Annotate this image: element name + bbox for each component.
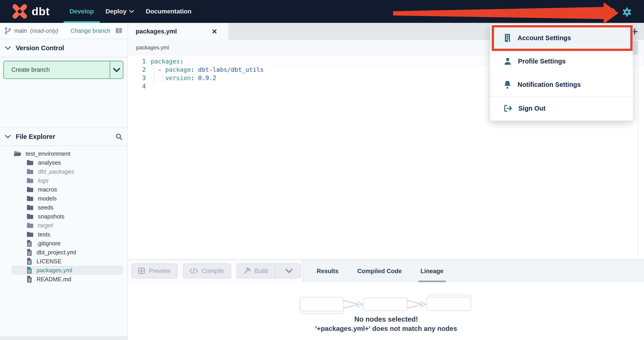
tree-item-snapshots[interactable]: snapshots	[0, 212, 127, 221]
dbt-logo[interactable]: dbt	[11, 3, 50, 20]
file-explorer-title: File Explorer	[16, 133, 55, 140]
tab-title: packages.yml	[136, 28, 177, 35]
building-icon	[504, 34, 511, 42]
create-branch-button[interactable]: Create branch	[3, 61, 123, 79]
chevron-down-icon	[129, 10, 134, 13]
line-number: 3	[128, 74, 151, 82]
nav-item-deploy[interactable]: Deploy	[100, 0, 140, 23]
menu-item-label: Profile Settings	[518, 58, 566, 65]
compile-button[interactable]: Compile	[183, 264, 231, 278]
tree-item-LICENSE[interactable]: LICENSE	[0, 257, 127, 266]
lineage-node	[300, 297, 344, 311]
help-icon[interactable]: ?	[607, 8, 616, 16]
tree-item-label: packages.yml	[36, 267, 72, 274]
version-control-header[interactable]: Version Control	[0, 39, 127, 58]
build-button[interactable]: Build	[236, 264, 301, 278]
folder-icon	[26, 160, 34, 166]
tree-item-logs[interactable]: logs	[0, 176, 127, 185]
menu-item-sign-out[interactable]: Sign Out	[490, 97, 633, 120]
button-divider	[275, 264, 275, 278]
file-explorer-header[interactable]: File Explorer	[0, 128, 127, 146]
folder-open-icon	[14, 150, 22, 157]
chevron-down-icon	[5, 135, 11, 138]
editor-breadcrumb: packages.yml	[136, 44, 169, 51]
sign-out-icon	[504, 104, 512, 112]
menu-item-profile-settings[interactable]: Profile Settings	[490, 50, 633, 73]
button-label: Preview	[149, 268, 170, 274]
tree-item-macros[interactable]: macros	[0, 185, 127, 194]
tree-item-analyses[interactable]: analyses	[0, 158, 127, 167]
editor-scroll-edge	[638, 56, 638, 260]
file-icon	[26, 248, 32, 256]
lineage-empty-message: '+packages.yml+' does not match any node…	[128, 325, 644, 332]
line-number: 2	[128, 66, 151, 73]
menu-item-label: Account Settings	[518, 34, 571, 42]
tree-item-label: LICENSE	[36, 258, 62, 265]
indent-guide	[163, 74, 164, 82]
tree-item-dbt_project.yml[interactable]: dbt_project.yml	[0, 248, 127, 257]
tree-item-seeds[interactable]: seeds	[0, 203, 127, 212]
action-bar: PreviewCompileBuild ResultsCompiled Code…	[128, 260, 644, 282]
tree-item-label: analyses	[38, 159, 61, 166]
chevron-down-icon	[5, 46, 11, 50]
tree-item-.gitignore[interactable]: .gitignore	[0, 239, 127, 248]
tree-item-packages.yml[interactable]: packages.yml	[0, 266, 127, 275]
file-icon	[26, 240, 32, 247]
preview-button[interactable]: Preview	[132, 264, 178, 278]
chevron-down-icon[interactable]	[110, 61, 123, 78]
tree-item-label: seeds	[38, 204, 53, 211]
bell-icon	[504, 80, 511, 89]
tree-item-tests[interactable]: tests	[0, 230, 127, 239]
line-number: 4	[128, 83, 151, 90]
menu-item-notification-settings[interactable]: Notification Settings	[490, 73, 633, 96]
tab-packages-yml[interactable]: packages.yml ✕	[128, 23, 228, 40]
code-icon	[189, 267, 198, 274]
gear-icon[interactable]	[622, 7, 632, 17]
tree-item-target[interactable]: target	[0, 221, 127, 230]
tree-item-models[interactable]: models	[0, 194, 127, 203]
tree-item-README.md[interactable]: README.md	[0, 275, 127, 284]
create-branch-label: Create branch	[4, 61, 110, 78]
branch-mode: (read-only)	[30, 27, 58, 34]
nav-item-develop[interactable]: Develop	[64, 0, 100, 23]
menu-item-label: Notification Settings	[518, 81, 581, 88]
tab-lineage[interactable]: Lineage	[418, 260, 446, 282]
menu-item-label: Sign Out	[518, 105, 546, 112]
version-control-title: Version Control	[16, 44, 64, 52]
lineage-arrow	[408, 299, 426, 310]
tree-item-dbt_packages[interactable]: dbt_packages	[0, 167, 127, 176]
lineage-panel: No nodes selected! '+packages.yml+' does…	[128, 282, 644, 340]
tab-compiled-code[interactable]: Compiled Code	[355, 260, 404, 282]
indent-guide	[154, 66, 154, 82]
file-icon	[26, 276, 32, 283]
lineage-node	[363, 298, 408, 311]
result-tabs: ResultsCompiled CodeLineage	[314, 260, 446, 282]
book-icon[interactable]	[115, 27, 123, 34]
close-tab-icon[interactable]: ✕	[212, 28, 217, 36]
tree-item-test_environment[interactable]: test_environment	[0, 149, 127, 158]
menu-item-account-settings[interactable]: Account Settings	[490, 26, 633, 50]
folder-icon	[26, 213, 34, 220]
folder-icon	[26, 178, 34, 184]
nav-item-documentation[interactable]: Documentation	[140, 0, 197, 23]
svg-text:?: ?	[610, 10, 613, 15]
tree-item-label: test_environment	[26, 150, 70, 157]
search-icon[interactable]	[115, 133, 122, 140]
hammer-icon	[243, 267, 251, 275]
nav-item-label: Develop	[70, 8, 94, 15]
main-nav: DevelopDeployDocumentation	[64, 0, 197, 23]
tree-item-label: macros	[38, 186, 57, 193]
dbt-cloud-ide: dbt DevelopDeployDocumentation dbt Labs …	[0, 0, 644, 340]
account-folder-icon	[522, 9, 530, 15]
sidebar: main (read-only) Change branch Version C…	[0, 23, 128, 340]
sidebar-bottom-strip	[0, 337, 127, 340]
account-context-breadcrumb[interactable]: dbt Labs / Analytics	[534, 8, 591, 16]
tree-item-label: dbt_packages	[38, 168, 74, 175]
build-options-chevron-icon[interactable]	[281, 269, 297, 273]
tree-item-label: .gitignore	[36, 240, 60, 247]
change-branch-link[interactable]: Change branch	[70, 27, 110, 34]
branch-bar: main (read-only) Change branch	[0, 23, 127, 39]
file-icon	[26, 258, 32, 265]
button-label: Compile	[202, 268, 224, 274]
tab-results[interactable]: Results	[314, 260, 341, 282]
